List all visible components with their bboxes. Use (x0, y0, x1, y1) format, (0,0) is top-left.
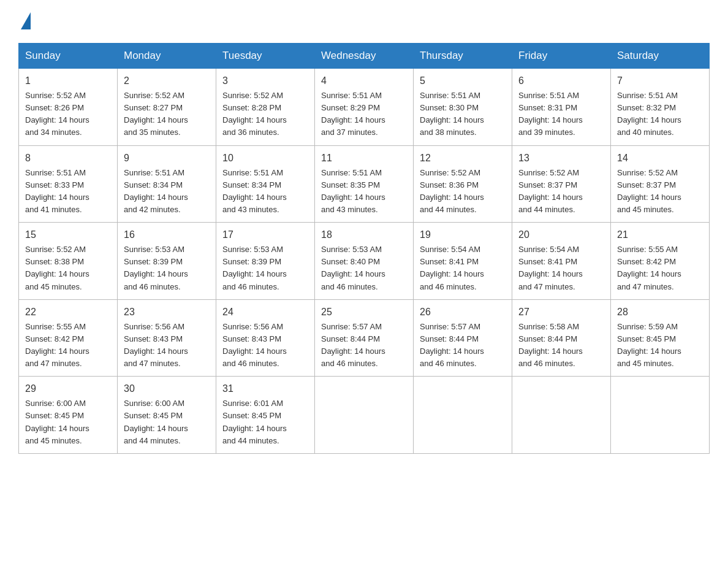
day-number: 20 (518, 228, 604, 242)
day-number: 21 (617, 228, 703, 242)
weekday-header-saturday: Saturday (611, 44, 710, 69)
day-number: 1 (25, 74, 111, 88)
calendar-cell: 10Sunrise: 5:51 AMSunset: 8:34 PMDayligh… (216, 145, 315, 223)
day-info: Sunrise: 5:56 AMSunset: 8:43 PMDaylight:… (124, 321, 210, 370)
day-number: 3 (222, 74, 308, 88)
day-info: Sunrise: 5:55 AMSunset: 8:42 PMDaylight:… (25, 321, 111, 370)
day-info: Sunrise: 5:58 AMSunset: 8:44 PMDaylight:… (518, 321, 604, 370)
calendar-cell: 1Sunrise: 5:52 AMSunset: 8:26 PMDaylight… (19, 69, 118, 146)
calendar-cell: 7Sunrise: 5:51 AMSunset: 8:32 PMDaylight… (611, 69, 710, 146)
calendar-cell: 12Sunrise: 5:52 AMSunset: 8:36 PMDayligh… (414, 145, 512, 223)
day-info: Sunrise: 6:00 AMSunset: 8:45 PMDaylight:… (25, 397, 111, 447)
calendar-cell: 17Sunrise: 5:53 AMSunset: 8:39 PMDayligh… (216, 223, 315, 300)
calendar-cell: 4Sunrise: 5:51 AMSunset: 8:29 PMDaylight… (315, 69, 414, 146)
calendar-cell (512, 377, 611, 454)
page-header (18, 12, 710, 31)
calendar-cell: 25Sunrise: 5:57 AMSunset: 8:44 PMDayligh… (315, 299, 414, 377)
day-number: 24 (222, 305, 308, 320)
calendar-week-row: 8Sunrise: 5:51 AMSunset: 8:33 PMDaylight… (19, 145, 710, 223)
calendar-cell: 21Sunrise: 5:55 AMSunset: 8:42 PMDayligh… (611, 223, 710, 300)
day-number: 11 (321, 151, 407, 166)
weekday-header-row: SundayMondayTuesdayWednesdayThursdayFrid… (19, 44, 710, 69)
day-number: 30 (124, 381, 210, 396)
calendar-cell: 20Sunrise: 5:54 AMSunset: 8:41 PMDayligh… (512, 223, 611, 300)
day-number: 14 (617, 151, 703, 166)
calendar-cell: 11Sunrise: 5:51 AMSunset: 8:35 PMDayligh… (315, 145, 414, 223)
weekday-header-sunday: Sunday (19, 44, 118, 69)
calendar-table: SundayMondayTuesdayWednesdayThursdayFrid… (18, 43, 710, 454)
weekday-header-wednesday: Wednesday (315, 44, 414, 69)
day-info: Sunrise: 5:51 AMSunset: 8:34 PMDaylight:… (222, 167, 308, 216)
logo-triangle-icon (21, 12, 31, 29)
calendar-cell: 26Sunrise: 5:57 AMSunset: 8:44 PMDayligh… (414, 299, 512, 377)
day-info: Sunrise: 5:56 AMSunset: 8:43 PMDaylight:… (222, 321, 308, 370)
day-number: 26 (420, 305, 506, 320)
day-number: 4 (321, 74, 407, 88)
day-info: Sunrise: 5:53 AMSunset: 8:39 PMDaylight:… (222, 243, 308, 293)
weekday-header-monday: Monday (118, 44, 216, 69)
day-info: Sunrise: 5:57 AMSunset: 8:44 PMDaylight:… (321, 321, 407, 370)
day-number: 9 (124, 151, 210, 166)
day-info: Sunrise: 5:52 AMSunset: 8:38 PMDaylight:… (25, 243, 111, 293)
calendar-cell: 30Sunrise: 6:00 AMSunset: 8:45 PMDayligh… (118, 377, 216, 454)
calendar-cell: 15Sunrise: 5:52 AMSunset: 8:38 PMDayligh… (19, 223, 118, 300)
calendar-cell: 29Sunrise: 6:00 AMSunset: 8:45 PMDayligh… (19, 377, 118, 454)
calendar-cell: 5Sunrise: 5:51 AMSunset: 8:30 PMDaylight… (414, 69, 512, 146)
day-info: Sunrise: 5:55 AMSunset: 8:42 PMDaylight:… (617, 243, 703, 293)
calendar-cell: 16Sunrise: 5:53 AMSunset: 8:39 PMDayligh… (118, 223, 216, 300)
weekday-header-thursday: Thursday (414, 44, 512, 69)
calendar-cell: 24Sunrise: 5:56 AMSunset: 8:43 PMDayligh… (216, 299, 315, 377)
day-number: 19 (420, 228, 506, 242)
day-info: Sunrise: 5:53 AMSunset: 8:40 PMDaylight:… (321, 243, 407, 293)
day-number: 7 (617, 74, 703, 88)
day-info: Sunrise: 5:57 AMSunset: 8:44 PMDaylight:… (420, 321, 506, 370)
calendar-week-row: 22Sunrise: 5:55 AMSunset: 8:42 PMDayligh… (19, 299, 710, 377)
day-info: Sunrise: 5:51 AMSunset: 8:35 PMDaylight:… (321, 167, 407, 216)
calendar-cell: 22Sunrise: 5:55 AMSunset: 8:42 PMDayligh… (19, 299, 118, 377)
day-number: 8 (25, 151, 111, 166)
day-number: 13 (518, 151, 604, 166)
day-number: 6 (518, 74, 604, 88)
day-info: Sunrise: 5:51 AMSunset: 8:29 PMDaylight:… (321, 90, 407, 139)
day-info: Sunrise: 5:52 AMSunset: 8:26 PMDaylight:… (25, 90, 111, 139)
day-number: 5 (420, 74, 506, 88)
day-info: Sunrise: 6:00 AMSunset: 8:45 PMDaylight:… (124, 397, 210, 447)
weekday-header-friday: Friday (512, 44, 611, 69)
calendar-cell: 3Sunrise: 5:52 AMSunset: 8:28 PMDaylight… (216, 69, 315, 146)
day-number: 10 (222, 151, 308, 166)
calendar-week-row: 1Sunrise: 5:52 AMSunset: 8:26 PMDaylight… (19, 69, 710, 146)
calendar-cell: 19Sunrise: 5:54 AMSunset: 8:41 PMDayligh… (414, 223, 512, 300)
calendar-cell: 18Sunrise: 5:53 AMSunset: 8:40 PMDayligh… (315, 223, 414, 300)
calendar-cell: 8Sunrise: 5:51 AMSunset: 8:33 PMDaylight… (19, 145, 118, 223)
day-number: 23 (124, 305, 210, 320)
day-info: Sunrise: 5:52 AMSunset: 8:28 PMDaylight:… (222, 90, 308, 139)
calendar-week-row: 15Sunrise: 5:52 AMSunset: 8:38 PMDayligh… (19, 223, 710, 300)
calendar-cell: 13Sunrise: 5:52 AMSunset: 8:37 PMDayligh… (512, 145, 611, 223)
calendar-cell (315, 377, 414, 454)
day-number: 29 (25, 381, 111, 396)
calendar-week-row: 29Sunrise: 6:00 AMSunset: 8:45 PMDayligh… (19, 377, 710, 454)
day-info: Sunrise: 5:51 AMSunset: 8:33 PMDaylight:… (25, 167, 111, 216)
day-number: 27 (518, 305, 604, 320)
calendar-cell: 23Sunrise: 5:56 AMSunset: 8:43 PMDayligh… (118, 299, 216, 377)
calendar-cell: 14Sunrise: 5:52 AMSunset: 8:37 PMDayligh… (611, 145, 710, 223)
calendar-cell: 9Sunrise: 5:51 AMSunset: 8:34 PMDaylight… (118, 145, 216, 223)
calendar-cell: 31Sunrise: 6:01 AMSunset: 8:45 PMDayligh… (216, 377, 315, 454)
calendar-cell: 28Sunrise: 5:59 AMSunset: 8:45 PMDayligh… (611, 299, 710, 377)
day-number: 16 (124, 228, 210, 242)
day-number: 28 (617, 305, 703, 320)
day-info: Sunrise: 5:52 AMSunset: 8:37 PMDaylight:… (617, 167, 703, 216)
day-number: 12 (420, 151, 506, 166)
day-info: Sunrise: 5:52 AMSunset: 8:37 PMDaylight:… (518, 167, 604, 216)
day-info: Sunrise: 5:52 AMSunset: 8:27 PMDaylight:… (124, 90, 210, 139)
calendar-cell: 27Sunrise: 5:58 AMSunset: 8:44 PMDayligh… (512, 299, 611, 377)
day-info: Sunrise: 5:51 AMSunset: 8:34 PMDaylight:… (124, 167, 210, 216)
calendar-cell: 2Sunrise: 5:52 AMSunset: 8:27 PMDaylight… (118, 69, 216, 146)
day-number: 2 (124, 74, 210, 88)
day-info: Sunrise: 5:54 AMSunset: 8:41 PMDaylight:… (518, 243, 604, 293)
day-info: Sunrise: 5:53 AMSunset: 8:39 PMDaylight:… (124, 243, 210, 293)
calendar-cell (611, 377, 710, 454)
day-number: 17 (222, 228, 308, 242)
day-info: Sunrise: 5:51 AMSunset: 8:32 PMDaylight:… (617, 90, 703, 139)
day-number: 18 (321, 228, 407, 242)
